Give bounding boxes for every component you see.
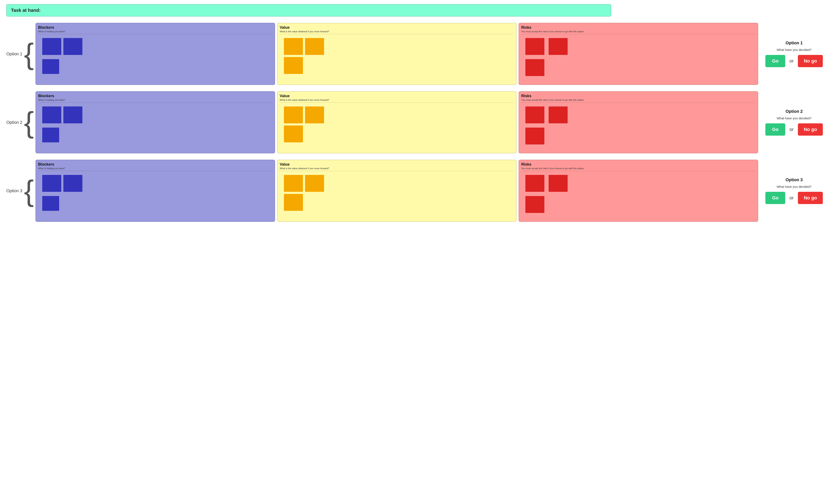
option-2-value-header: Value What is the value obtained if you … — [280, 94, 514, 103]
option-3-decision-buttons: Go or No go — [765, 192, 823, 204]
option-3-risks-body — [521, 173, 756, 219]
option-3-risks-title: Risks — [521, 162, 756, 167]
sticky-note[interactable] — [42, 196, 59, 211]
option-3-value-header: Value What is the value obtained if you … — [280, 162, 514, 171]
option-2-blockers-card: Blockers What is holding you back? — [35, 91, 275, 153]
sticky-note[interactable] — [305, 106, 324, 123]
option-3-cards: Blockers What is holding you back? Value… — [35, 160, 758, 222]
sticky-note[interactable] — [549, 175, 568, 192]
option-1-label: Option 1 — [6, 52, 22, 56]
option-1-decision-title: Option 1 — [786, 40, 802, 45]
option-3-value-subtitle: What is the value obtained if you move f… — [280, 167, 514, 169]
option-2-go-button[interactable]: Go — [765, 123, 786, 136]
option-2-decision-title: Option 2 — [786, 109, 802, 114]
sticky-note[interactable] — [63, 175, 83, 192]
sticky-note[interactable] — [42, 128, 59, 143]
option-3-decision: Option 3 What have you decided? Go or No… — [765, 178, 824, 204]
option-2-value-body — [280, 104, 514, 151]
option-1-blockers-header: Blockers What is holding you back? — [38, 25, 273, 34]
option-3-blockers-subtitle: What is holding you back? — [38, 167, 273, 169]
sticky-note[interactable] — [525, 175, 544, 192]
option-label-area-3: Option 3 { — [6, 176, 35, 206]
task-bar: Task at hand: — [6, 4, 611, 17]
option-3-risks-subtitle: You must accept the risks if you choose … — [521, 167, 756, 169]
option-3-risks-header: Risks You must accept the risks if you c… — [521, 162, 756, 171]
option-1-value-header: Value What is the value obtained if you … — [280, 25, 514, 34]
option-1-nogo-button[interactable]: No go — [798, 55, 823, 67]
sticky-note[interactable] — [525, 59, 544, 76]
option-2-value-card: Value What is the value obtained if you … — [277, 91, 517, 153]
option-1-risks-body — [521, 36, 756, 83]
option-label-area-2: Option 2 { — [6, 107, 35, 137]
option-2-label: Option 2 — [6, 120, 22, 125]
sticky-note[interactable] — [42, 38, 61, 55]
sticky-note[interactable] — [42, 175, 61, 192]
option-2-risks-header: Risks You must accept the risks if you c… — [521, 94, 756, 103]
option-3-blockers-card: Blockers What is holding you back? — [35, 160, 275, 222]
option-1-decision: Option 1 What have you decided? Go or No… — [765, 40, 824, 67]
sticky-note[interactable] — [284, 125, 303, 143]
sticky-note[interactable] — [42, 106, 61, 123]
sticky-note[interactable] — [549, 38, 568, 55]
option-3-go-button[interactable]: Go — [765, 192, 786, 204]
option-2-decision-subtitle: What have you decided? — [776, 116, 811, 120]
sticky-note[interactable] — [525, 196, 544, 213]
option-2-or-label: or — [790, 127, 794, 132]
main-content: Option 1 { Blockers What is holding you … — [6, 23, 824, 222]
option-row-3: Option 3 { Blockers What is holding you … — [6, 160, 824, 222]
option-1-risks-card: Risks You must accept the risks if you c… — [519, 23, 758, 85]
option-2-blockers-header: Blockers What is holding you back? — [38, 94, 273, 103]
option-3-blockers-body — [38, 173, 273, 219]
option-3-or-label: or — [790, 195, 794, 201]
option-1-value-body — [280, 36, 514, 83]
sticky-note[interactable] — [305, 175, 324, 192]
option-1-or-label: or — [790, 58, 794, 64]
sticky-note[interactable] — [284, 194, 303, 211]
option-1-blockers-subtitle: What is holding you back? — [38, 30, 273, 33]
option-2-blockers-subtitle: What is holding you back? — [38, 99, 273, 101]
option-3-brace: { — [24, 176, 34, 206]
option-3-blockers-header: Blockers What is holding you back? — [38, 162, 273, 171]
sticky-note[interactable] — [525, 128, 544, 145]
option-3-blockers-title: Blockers — [38, 162, 273, 167]
option-2-blockers-title: Blockers — [38, 94, 273, 98]
option-label-area-1: Option 1 { — [6, 39, 35, 69]
sticky-note[interactable] — [305, 38, 324, 55]
option-2-cards: Blockers What is holding you back? Value… — [35, 91, 758, 153]
option-3-risks-card: Risks You must accept the risks if you c… — [519, 160, 758, 222]
option-row-2: Option 2 { Blockers What is holding you … — [6, 91, 824, 153]
sticky-note[interactable] — [525, 38, 544, 55]
option-1-decision-subtitle: What have you decided? — [776, 48, 811, 52]
task-label: Task at hand: — [11, 8, 40, 13]
option-2-risks-body — [521, 104, 756, 151]
option-1-brace: { — [24, 39, 34, 69]
sticky-note[interactable] — [42, 59, 59, 74]
option-3-value-body — [280, 173, 514, 219]
option-1-value-card: Value What is the value obtained if you … — [277, 23, 517, 85]
sticky-note[interactable] — [63, 38, 83, 55]
sticky-note[interactable] — [284, 106, 303, 123]
sticky-note[interactable] — [525, 106, 544, 123]
option-3-decision-title: Option 3 — [786, 178, 802, 182]
option-3-nogo-button[interactable]: No go — [798, 192, 823, 204]
option-1-risks-title: Risks — [521, 25, 756, 30]
sticky-note[interactable] — [549, 106, 568, 123]
option-row-1: Option 1 { Blockers What is holding you … — [6, 23, 824, 85]
sticky-note[interactable] — [284, 175, 303, 192]
option-2-risks-title: Risks — [521, 94, 756, 98]
option-2-brace: { — [24, 107, 34, 137]
option-3-decision-subtitle: What have you decided? — [776, 185, 811, 188]
option-2-value-subtitle: What is the value obtained if you move f… — [280, 99, 514, 101]
option-1-decision-buttons: Go or No go — [765, 55, 823, 67]
option-1-blockers-body — [38, 36, 273, 83]
option-2-blockers-body — [38, 104, 273, 151]
sticky-note[interactable] — [284, 38, 303, 55]
option-2-value-title: Value — [280, 94, 514, 98]
option-2-nogo-button[interactable]: No go — [798, 123, 823, 136]
option-1-blockers-title: Blockers — [38, 25, 273, 30]
option-1-cards: Blockers What is holding you back? Value… — [35, 23, 758, 85]
option-1-go-button[interactable]: Go — [765, 55, 786, 67]
sticky-note[interactable] — [284, 57, 303, 74]
sticky-note[interactable] — [63, 106, 83, 123]
option-1-risks-header: Risks You must accept the risks if you c… — [521, 25, 756, 34]
